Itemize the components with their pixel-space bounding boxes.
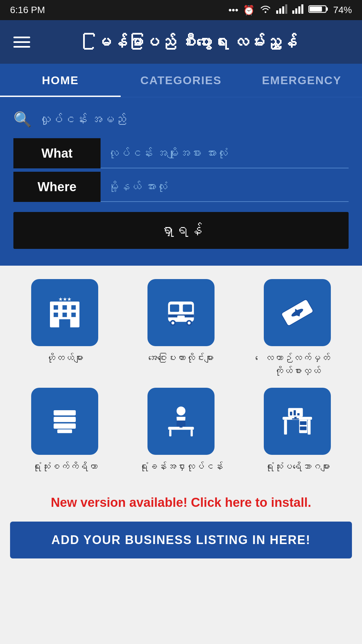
svg-rect-50 bbox=[300, 427, 306, 430]
svg-rect-43 bbox=[177, 421, 185, 427]
svg-rect-1 bbox=[276, 10, 278, 14]
svg-rect-38 bbox=[57, 430, 72, 433]
battery-icon bbox=[308, 4, 328, 16]
svg-rect-7 bbox=[298, 6, 300, 14]
where-row: Where bbox=[13, 172, 349, 202]
furniture-label: ရုံးသုံးပရိဘောဂများ bbox=[264, 460, 330, 473]
svg-rect-29 bbox=[177, 316, 185, 319]
svg-rect-10 bbox=[326, 7, 328, 11]
category-airline[interactable]: လေယာဉ်လက်မှတ် ကိုယ်စားလှယ် bbox=[242, 279, 352, 378]
add-business-button[interactable]: ADD YOUR BUSINESS LISTING IN HERE! bbox=[10, 522, 352, 558]
signal-bars-icon bbox=[276, 4, 288, 16]
search-bar: 🔍 လှုပ်ငန်း အမည် bbox=[13, 107, 349, 131]
svg-rect-46 bbox=[284, 420, 287, 435]
svg-rect-56 bbox=[297, 413, 300, 416]
svg-rect-2 bbox=[279, 8, 281, 14]
hotel-icon: ★★★ bbox=[46, 294, 83, 331]
wifi-icon bbox=[259, 4, 272, 16]
category-transport[interactable]: အဝေးပြေးကားလိုင်းများ bbox=[126, 279, 236, 378]
furniture-icon-box bbox=[264, 388, 331, 455]
signal-dots: ••• bbox=[229, 5, 238, 15]
svg-rect-19 bbox=[59, 319, 70, 327]
search-icon: 🔍 bbox=[13, 111, 32, 128]
what-label: What bbox=[13, 138, 101, 168]
category-stationery[interactable]: ရုံးသုံးစက်ကိရိယာ bbox=[10, 388, 120, 473]
status-bar: 6:16 PM ••• ⏰ bbox=[0, 0, 362, 20]
search-section: 🔍 လှုပ်ငန်း အမည် What Where ရှာရန် bbox=[0, 97, 362, 266]
svg-rect-13 bbox=[54, 305, 58, 310]
what-input[interactable] bbox=[101, 138, 349, 168]
svg-rect-44 bbox=[180, 427, 183, 428]
svg-rect-53 bbox=[292, 419, 299, 420]
tab-categories[interactable]: CATEGORIES bbox=[121, 64, 241, 97]
battery-percent: 74% bbox=[333, 5, 352, 15]
what-row: What bbox=[13, 138, 349, 168]
svg-rect-36 bbox=[54, 417, 76, 422]
app-title: မြန်မာပြည် စီးပွားရေး လမ်းညွှန် bbox=[44, 33, 349, 51]
where-label: Where bbox=[13, 172, 101, 202]
stationery-label: ရုံးသုံးစက်ကိရိယာ bbox=[32, 460, 98, 473]
header: မြန်မာပြည် စီးပွားရေး လမ်းညွှန် bbox=[0, 20, 362, 64]
svg-rect-8 bbox=[301, 4, 303, 14]
category-office-rental[interactable]: ရုံးခန်းအငှားလုပ်ငန်း bbox=[126, 388, 236, 473]
search-button[interactable]: ရှာရန် bbox=[13, 212, 349, 249]
svg-rect-52 bbox=[294, 417, 297, 418]
svg-rect-49 bbox=[300, 421, 306, 425]
svg-text:★★★: ★★★ bbox=[58, 296, 71, 302]
svg-rect-17 bbox=[63, 313, 67, 317]
update-banner[interactable]: New version available! Click here to ins… bbox=[10, 494, 352, 512]
where-input[interactable] bbox=[101, 172, 349, 202]
svg-rect-35 bbox=[54, 410, 76, 415]
category-hotels[interactable]: ★★★ ဟိုတယ်များ bbox=[10, 279, 120, 378]
svg-rect-54 bbox=[290, 412, 292, 416]
stationery-icon-box bbox=[31, 388, 98, 455]
status-icons: ••• ⏰ bbox=[229, 4, 352, 16]
ticket-icon bbox=[279, 294, 316, 331]
svg-rect-23 bbox=[183, 305, 192, 312]
bus-icon bbox=[163, 294, 199, 331]
svg-point-28 bbox=[188, 321, 191, 324]
time: 6:16 PM bbox=[10, 5, 45, 15]
tab-emergency[interactable]: EMERGENCY bbox=[241, 64, 362, 97]
categories-grid: ★★★ ဟိုတယ်များ အဝေးပြေးကားလိုင်းများ bbox=[0, 266, 362, 487]
svg-rect-16 bbox=[54, 313, 58, 317]
transport-label: အဝေးပြေးကားလိုင်းများ bbox=[148, 352, 214, 365]
svg-rect-41 bbox=[169, 430, 172, 437]
tab-home[interactable]: HOME bbox=[0, 64, 121, 97]
svg-rect-22 bbox=[170, 305, 179, 312]
svg-point-39 bbox=[177, 407, 185, 415]
svg-rect-55 bbox=[294, 410, 296, 415]
svg-rect-37 bbox=[54, 424, 76, 429]
airline-icon-box bbox=[264, 279, 331, 346]
svg-rect-3 bbox=[282, 6, 284, 14]
desk-person-icon bbox=[163, 403, 199, 440]
hotel-label: ဟိုတယ်များ bbox=[46, 352, 83, 365]
office-desk-icon bbox=[279, 403, 316, 440]
svg-rect-11 bbox=[309, 6, 322, 11]
stationery-icon bbox=[46, 403, 83, 440]
svg-rect-4 bbox=[285, 4, 287, 14]
airline-label: လေယာဉ်လက်မှတ် ကိုယ်စားလှယ် bbox=[242, 352, 352, 378]
svg-rect-18 bbox=[71, 313, 76, 317]
menu-button[interactable] bbox=[13, 37, 30, 48]
office-rental-icon-box bbox=[147, 388, 215, 455]
svg-rect-42 bbox=[191, 430, 193, 437]
office-rental-label: ရုံးခန်းအငှားလုပ်ငန်း bbox=[139, 460, 223, 473]
alarm-icon: ⏰ bbox=[243, 5, 255, 16]
svg-rect-15 bbox=[71, 305, 76, 310]
transport-icon-box bbox=[147, 279, 215, 346]
svg-rect-5 bbox=[292, 10, 294, 14]
svg-rect-6 bbox=[295, 8, 297, 14]
svg-rect-14 bbox=[63, 305, 67, 310]
svg-point-0 bbox=[264, 11, 266, 13]
category-furniture[interactable]: ရုံးသုံးပရိဘောဂများ bbox=[242, 388, 352, 473]
svg-rect-47 bbox=[307, 420, 310, 435]
signal-bars2-icon bbox=[292, 4, 304, 16]
svg-point-26 bbox=[171, 321, 174, 324]
bottom-section: New version available! Click here to ins… bbox=[0, 487, 362, 579]
hotel-icon-box: ★★★ bbox=[31, 279, 98, 346]
search-hint: လှုပ်ငန်း အမည် bbox=[39, 112, 126, 126]
nav-tabs: HOME CATEGORIES EMERGENCY bbox=[0, 64, 362, 97]
